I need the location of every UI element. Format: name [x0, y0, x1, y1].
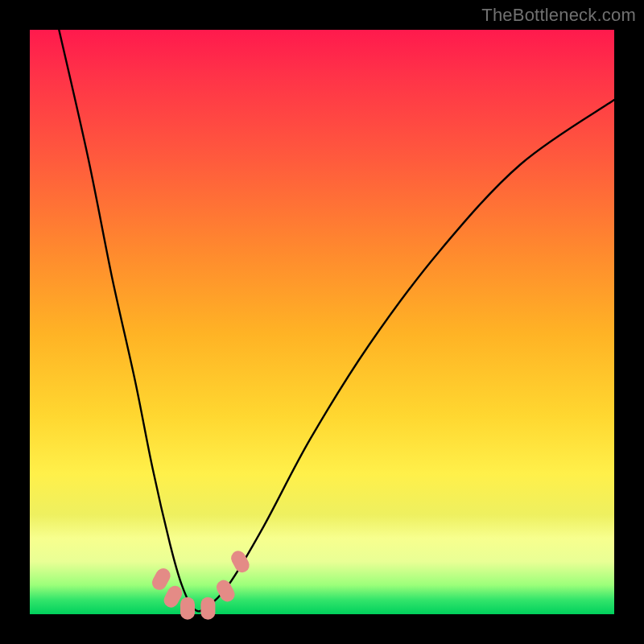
- bottleneck-curve: [59, 30, 614, 611]
- plot-area: [30, 30, 614, 614]
- watermark-text: TheBottleneck.com: [481, 5, 636, 26]
- curve-layer: [30, 30, 614, 614]
- chart-frame: TheBottleneck.com: [0, 0, 644, 644]
- highlight-5: [214, 577, 237, 604]
- marker-group: [150, 548, 252, 620]
- highlight-4: [200, 597, 215, 620]
- highlight-3: [180, 597, 195, 620]
